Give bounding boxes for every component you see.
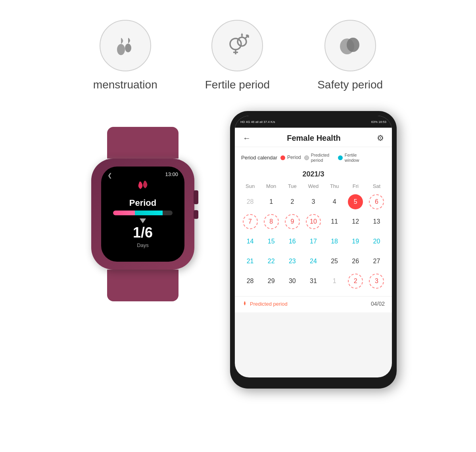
cal-cell-18[interactable]: 18: [324, 232, 345, 251]
safety-period-label: Safety period: [317, 79, 383, 91]
svg-point-1: [125, 44, 131, 52]
top-icons-section: menstruation Fertile period: [0, 0, 476, 103]
menstruation-item: menstruation: [93, 20, 157, 91]
cal-row-5: 28 29 30 31 1 2 3: [240, 272, 387, 291]
cal-row-2: 7 8 9 10 11 12 13: [240, 212, 387, 231]
legend-dot-gray: [304, 155, 309, 160]
cal-cell-29[interactable]: 29: [261, 272, 282, 291]
cal-cell-23[interactable]: 23: [282, 252, 303, 271]
cal-cell-28-prev[interactable]: 28: [240, 192, 261, 211]
bottom-section: ❮ 13:00 Period: [0, 103, 476, 389]
app-content: ← Female Health ⚙ Period calendar Period: [235, 128, 392, 312]
watch-container: ❮ 13:00 Period: [79, 127, 206, 301]
phone-outer: HD 4G 46 all all 37.4 K/s 63% 16:53 ← Fe…: [230, 111, 397, 389]
cal-cell-19[interactable]: 19: [345, 232, 366, 251]
cal-cell-5[interactable]: 5: [345, 192, 366, 211]
settings-icon[interactable]: ⚙: [377, 133, 384, 143]
cal-cell-10[interactable]: 10: [303, 212, 324, 231]
legend-fertile-label: Fertile window: [345, 153, 365, 163]
cal-cell-12[interactable]: 12: [345, 212, 366, 231]
cal-cell-9[interactable]: 9: [282, 212, 303, 231]
cal-cell-16[interactable]: 16: [282, 232, 303, 251]
svg-marker-10: [241, 33, 243, 35]
legend-period: Period: [280, 155, 301, 161]
legend-predicted: Predicted period: [304, 153, 335, 163]
cal-header-thu: Thu: [324, 182, 345, 191]
watch-band-bottom: [107, 270, 178, 301]
watch-progress-pink: [113, 211, 135, 215]
phone-footer: Predicted period 04/02: [235, 296, 392, 312]
cal-cell-7[interactable]: 7: [240, 212, 261, 231]
safety-period-item: Safety period: [317, 20, 383, 91]
calendar-grid: Sun Mon Tue Wed Thu Fri Sat 28: [240, 182, 387, 291]
cal-cell-28[interactable]: 28: [240, 272, 261, 291]
phone-screen: HD 4G 46 all all 37.4 K/s 63% 16:53 ← Fe…: [235, 116, 392, 377]
cal-cell-25[interactable]: 25: [324, 252, 345, 271]
fertile-period-label: Fertile period: [205, 79, 270, 91]
cal-cell-2[interactable]: 2: [282, 192, 303, 211]
cal-cell-6[interactable]: 6: [366, 192, 387, 211]
calendar-legend-title: Period calendar: [241, 155, 277, 161]
cal-cell-31[interactable]: 31: [303, 272, 324, 291]
legend-predicted-label: Predicted period: [311, 153, 335, 163]
legend-fertile: Fertile window: [338, 153, 365, 163]
watch-body: ❮ 13:00 Period: [87, 127, 198, 301]
svg-point-0: [117, 44, 125, 55]
app-header: ← Female Health ⚙: [235, 128, 392, 147]
calendar-section: 2021/3 Sun Mon Tue Wed Thu Fri Sat: [235, 166, 392, 296]
phone-container: HD 4G 46 all all 37.4 K/s 63% 16:53 ← Fe…: [230, 111, 397, 389]
cal-cell-20[interactable]: 20: [366, 232, 387, 251]
status-bar: HD 4G 46 all all 37.4 K/s 63% 16:53: [235, 116, 392, 128]
cal-cell-15[interactable]: 15: [261, 232, 282, 251]
watch-period-text: Period: [129, 198, 156, 208]
cal-cell-30[interactable]: 30: [282, 272, 303, 291]
watch-triangle-indicator: [140, 218, 146, 223]
legend-dot-red: [280, 155, 285, 160]
fertile-period-item: Fertile period: [205, 20, 270, 91]
fertile-period-icon-circle: [211, 20, 263, 71]
cal-cell-4[interactable]: 4: [324, 192, 345, 211]
cal-cell-3-next[interactable]: 3: [366, 272, 387, 291]
cal-cell-11[interactable]: 11: [324, 212, 345, 231]
cal-cell-17[interactable]: 17: [303, 232, 324, 251]
cal-cell-26[interactable]: 26: [345, 252, 366, 271]
watch-drops-icon: [133, 180, 152, 195]
cal-cell-27[interactable]: 27: [366, 252, 387, 271]
footer-predicted: Predicted period: [242, 301, 288, 307]
watch-band-top: [107, 127, 178, 159]
legend-section: Period calendar Period Predicted period …: [235, 147, 392, 166]
status-bar-right: 63% 16:53: [371, 120, 386, 124]
cal-cell-14[interactable]: 14: [240, 232, 261, 251]
cal-cell-3[interactable]: 3: [303, 192, 324, 211]
cal-header-mon: Mon: [261, 182, 282, 191]
watch-date: 1/6: [133, 226, 153, 240]
cal-cell-21[interactable]: 21: [240, 252, 261, 271]
watch-time: 13:00: [165, 171, 178, 177]
cal-row-1: 28 1 2 3 4 5 6: [240, 192, 387, 211]
watch-case: ❮ 13:00 Period: [91, 159, 194, 270]
cal-cell-22[interactable]: 22: [261, 252, 282, 271]
safety-period-icon: [337, 33, 363, 59]
legend-dot-cyan: [338, 155, 343, 160]
cal-header-wed: Wed: [303, 182, 324, 191]
cal-cell-1[interactable]: 1: [261, 192, 282, 211]
cal-header-tue: Tue: [282, 182, 303, 191]
cal-cell-1-next[interactable]: 1: [324, 272, 345, 291]
watch-button: [194, 210, 198, 219]
svg-point-2: [230, 38, 241, 50]
cal-cell-13[interactable]: 13: [366, 212, 387, 231]
status-bar-left: HD 4G 46 all all 37.4 K/s: [240, 120, 275, 124]
back-button[interactable]: ←: [243, 134, 251, 143]
status-bar-left-text: HD 4G 46 all all 37.4 K/s: [240, 120, 275, 124]
menstruation-label: menstruation: [93, 79, 157, 91]
cal-cell-2-next[interactable]: 2: [345, 272, 366, 291]
app-title: Female Health: [287, 134, 341, 143]
cal-cell-24[interactable]: 24: [303, 252, 324, 271]
cal-header-sat: Sat: [366, 182, 387, 191]
watch-screen-inner: Period 1/6 Days: [113, 180, 173, 248]
calendar-month-label: 2021/3: [240, 166, 387, 182]
svg-point-5: [238, 37, 246, 46]
cal-cell-8[interactable]: 8: [261, 212, 282, 231]
predicted-drop-icon: [242, 301, 248, 306]
fertile-period-icon: [225, 33, 250, 59]
